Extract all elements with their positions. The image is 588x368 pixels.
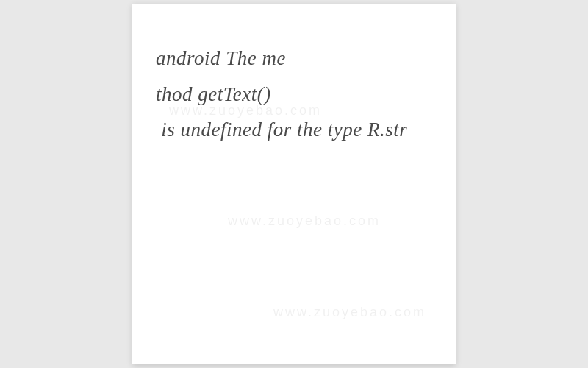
watermark-text: www.zuoyebao.com — [228, 213, 381, 229]
error-text-line-3: is undefined for the type R.str — [156, 112, 432, 148]
question-card: android The me thod getText() is undefin… — [132, 4, 456, 364]
error-text-line-2: thod getText() — [156, 77, 432, 113]
watermark-text: www.zuoyebao.com — [273, 305, 426, 320]
error-text-line-1: android The me — [156, 40, 432, 77]
